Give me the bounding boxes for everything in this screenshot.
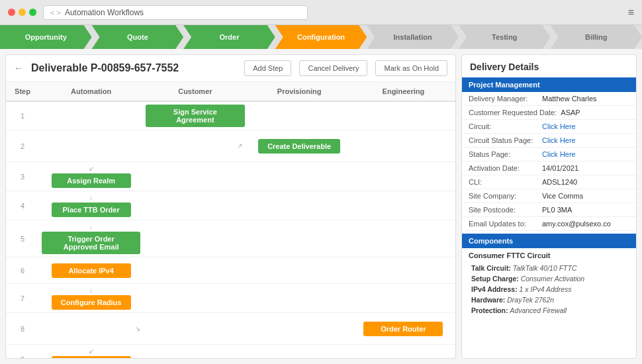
cell-automation: ↘	[39, 322, 143, 335]
detail-row: Circuit:Click Here	[462, 120, 636, 134]
step-number: 1	[6, 112, 39, 120]
table-row: 7 ↓ Configure Radius	[6, 284, 455, 313]
cell-automation	[39, 113, 143, 118]
detail-value: Matthew Charles	[542, 95, 597, 103]
table-row: 3 ↙ Assign Realm	[6, 162, 455, 191]
detail-value: Vice Comms	[542, 192, 583, 200]
cell-provisioning	[248, 357, 351, 359]
cell-customer	[143, 296, 247, 301]
add-step-button[interactable]: Add Step	[244, 60, 291, 76]
detail-label: Site Postcode:	[469, 206, 538, 214]
order-router-btn[interactable]: Order Router	[363, 322, 443, 336]
cell-provisioning	[248, 113, 351, 118]
sign-service-agreement-btn[interactable]: Sign Service Agreement	[146, 105, 244, 127]
step-number: 3	[6, 173, 39, 181]
step-number: 5	[6, 235, 39, 243]
detail-value[interactable]: Click Here	[542, 136, 576, 144]
table-row: 2 ↗ Create Deliverable	[6, 130, 455, 162]
delivery-details-title: Delivery Details	[462, 55, 636, 77]
table-row: 6 Allocate IPv4	[6, 257, 455, 284]
components-header: Components	[462, 234, 636, 248]
cell-engineering	[351, 144, 455, 149]
detail-value: ASAP	[561, 109, 580, 116]
cell-engineering	[351, 113, 455, 118]
detail-row: Delivery Manager:Matthew Charles	[462, 92, 636, 106]
cell-provisioning	[248, 268, 351, 273]
step-number: 8	[6, 325, 39, 333]
col-engineering: Engineering	[351, 86, 455, 97]
cell-engineering	[351, 236, 455, 242]
cell-customer	[143, 203, 247, 208]
cancel-delivery-button[interactable]: Cancel Delivery	[299, 60, 367, 76]
step-installation[interactable]: Installation	[367, 25, 459, 49]
configure-radius-btn[interactable]: Configure Radius	[52, 295, 131, 310]
col-customer: Customer	[143, 86, 247, 97]
allocate-ipv4-btn[interactable]: Allocate IPv4	[52, 263, 131, 278]
table-row: 4 ↓ Place TTB Order	[6, 191, 455, 220]
step-configuration[interactable]: Configuration	[275, 25, 367, 49]
cell-engineering: Order Router	[351, 319, 455, 339]
cell-provisioning	[248, 203, 351, 208]
back-button[interactable]: ←	[14, 63, 23, 73]
cell-automation: ↙ Configure TR-069	[39, 345, 143, 358]
main-content: ← Deliverable P-00859-657-7552 Add Step …	[0, 49, 642, 364]
step-number: 4	[6, 202, 39, 210]
left-panel: ← Deliverable P-00859-657-7552 Add Step …	[5, 54, 456, 359]
workflow-table: Step Automation Customer Provisioning En…	[6, 82, 455, 358]
component-name: Consumer FTTC Circuit	[462, 248, 636, 263]
step-testing[interactable]: Testing	[459, 25, 551, 49]
cell-customer	[143, 236, 247, 242]
table-row: 9 ↙ Configure TR-069	[6, 345, 455, 358]
table-row: 5 ↓ Trigger Order Approved Email	[6, 220, 455, 257]
table-row: 8 ↘ Order Router	[6, 313, 455, 345]
detail-row: Site Postcode:PL0 3MA	[462, 203, 636, 217]
place-ttb-order-btn[interactable]: Place TTB Order	[52, 203, 131, 217]
menu-icon[interactable]: ≡	[628, 7, 634, 19]
assign-realm-btn[interactable]: Assign Realm	[52, 173, 131, 188]
cell-automation: ↓ Configure Radius	[39, 284, 143, 312]
step-quote[interactable]: Quote	[92, 25, 184, 49]
arrow-indicator: ↓	[89, 287, 93, 294]
detail-value: amy.cox@pulsexo.co	[542, 220, 611, 228]
cell-provisioning	[248, 236, 351, 242]
cell-customer	[143, 174, 247, 179]
detail-label: Email Updates to:	[469, 220, 538, 228]
delivery-fields: Delivery Manager:Matthew CharlesCustomer…	[462, 92, 636, 231]
step-number: 9	[6, 355, 39, 359]
detail-label: Activation Date:	[469, 164, 538, 172]
titlebar: < > Automation Workflows ≡	[0, 0, 642, 25]
minimize-dot	[19, 9, 26, 16]
configure-tr069-btn[interactable]: Configure TR-069	[52, 356, 131, 358]
detail-value[interactable]: Click Here	[542, 122, 576, 130]
progress-bar: Opportunity Quote Order Configuration In…	[0, 25, 642, 49]
step-number: 6	[6, 267, 39, 275]
component-item: Setup Charge: Consumer Activation	[462, 273, 636, 284]
component-item: IPv4 Address: 1 x IPv4 Address	[462, 284, 636, 295]
detail-row: Circuit Status Page:Click Here	[462, 134, 636, 148]
col-provisioning: Provisioning	[248, 86, 351, 97]
right-panel: Delivery Details Project Management Deli…	[461, 54, 637, 359]
create-deliverable-btn[interactable]: Create Deliverable	[258, 139, 340, 154]
cell-automation	[39, 144, 143, 149]
cell-automation: ↓ Place TTB Order	[39, 191, 143, 220]
url-bar[interactable]: < > Automation Workflows	[43, 5, 308, 20]
table-header: Step Automation Customer Provisioning En…	[6, 82, 455, 102]
mark-on-hold-button[interactable]: Mark as On Hold	[375, 60, 447, 76]
step-opportunity[interactable]: Opportunity	[0, 25, 92, 49]
arrow-indicator: ↙	[89, 165, 94, 172]
detail-value[interactable]: Click Here	[542, 150, 576, 158]
component-items: Talk Circuit: TalkTalk 40/10 FTTCSetup C…	[462, 263, 636, 316]
panel-title: Deliverable P-00859-657-7552	[31, 62, 236, 74]
detail-label: Site Company:	[469, 192, 538, 200]
cell-customer	[143, 357, 247, 359]
cell-automation: ↓ Trigger Order Approved Email	[39, 220, 143, 257]
trigger-order-approved-btn[interactable]: Trigger Order Approved Email	[42, 232, 140, 254]
detail-row: Status Page:Click Here	[462, 148, 636, 161]
close-dot	[8, 9, 15, 16]
cell-engineering	[351, 357, 455, 359]
detail-label: Customer Requested Date:	[469, 109, 557, 116]
step-order[interactable]: Order	[183, 25, 275, 49]
cell-provisioning	[248, 174, 351, 179]
detail-value: 14/01/2021	[542, 164, 578, 172]
step-billing[interactable]: Billing	[550, 25, 642, 49]
